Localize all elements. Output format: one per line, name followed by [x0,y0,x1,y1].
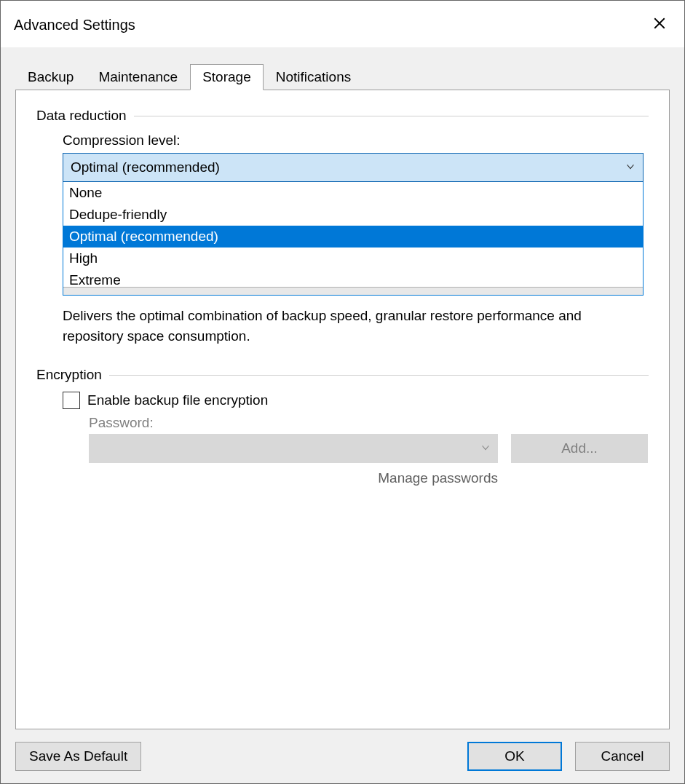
compression-level-label: Compression level: [63,132,649,149]
dialog-window: Advanced Settings Backup Maintenance Sto… [0,0,685,784]
right-button-group: OK Cancel [467,742,670,771]
option-high[interactable]: High [63,248,643,269]
password-section: Password: Add... Manage passwords [89,415,649,486]
group-encryption: Encryption [36,367,649,383]
close-icon [653,17,666,33]
group-divider [134,116,649,116]
option-none[interactable]: None [63,182,643,204]
group-divider [109,375,649,376]
add-password-button: Add... [511,434,648,463]
password-label: Password: [89,415,649,431]
close-button[interactable] [645,10,674,39]
chevron-down-icon [625,159,635,175]
ok-button[interactable]: OK [467,742,562,771]
title-bar: Advanced Settings [1,1,684,47]
tab-strip: Backup Maintenance Storage Notifications [15,62,670,90]
group-label: Encryption [36,367,109,383]
compression-description: Delivers the optimal combination of back… [63,306,616,347]
tab-maintenance[interactable]: Maintenance [86,64,190,90]
dialog-footer: Save As Default OK Cancel [15,740,670,773]
encryption-section: Encryption Enable backup file encryption… [36,367,649,486]
dropdown-list: None Dedupe-friendly Optimal (recommende… [63,182,643,287]
compression-level-combobox[interactable]: Optimal (recommended) [63,153,644,182]
cancel-button[interactable]: Cancel [575,742,670,771]
group-label: Data reduction [36,108,134,124]
tab-page-storage: Data reduction Compression level: Optima… [15,90,670,729]
tab-notifications[interactable]: Notifications [264,64,364,90]
compression-selected-text: Optimal (recommended) [71,159,220,175]
chevron-down-icon [480,440,491,456]
password-row: Add... [89,434,649,463]
enable-encryption-row: Enable backup file encryption [63,392,649,409]
dropdown-footer-strip [63,287,643,295]
compression-dropdown: None Dedupe-friendly Optimal (recommende… [63,182,644,296]
enable-encryption-label: Enable backup file encryption [87,392,268,408]
enable-encryption-checkbox[interactable] [63,392,80,409]
save-as-default-button[interactable]: Save As Default [15,742,141,771]
password-combobox [89,434,498,463]
client-area: Backup Maintenance Storage Notifications… [1,47,684,783]
tab-storage[interactable]: Storage [190,64,264,90]
group-data-reduction: Data reduction [36,108,649,124]
option-dedupe-friendly[interactable]: Dedupe-friendly [63,204,643,226]
manage-passwords-link[interactable]: Manage passwords [89,470,498,486]
option-optimal[interactable]: Optimal (recommended) [63,226,643,248]
tab-backup[interactable]: Backup [15,64,86,90]
option-extreme[interactable]: Extreme [63,269,643,287]
compression-level-field: Optimal (recommended) None Dedupe-friend… [63,153,649,296]
window-title: Advanced Settings [14,17,135,33]
